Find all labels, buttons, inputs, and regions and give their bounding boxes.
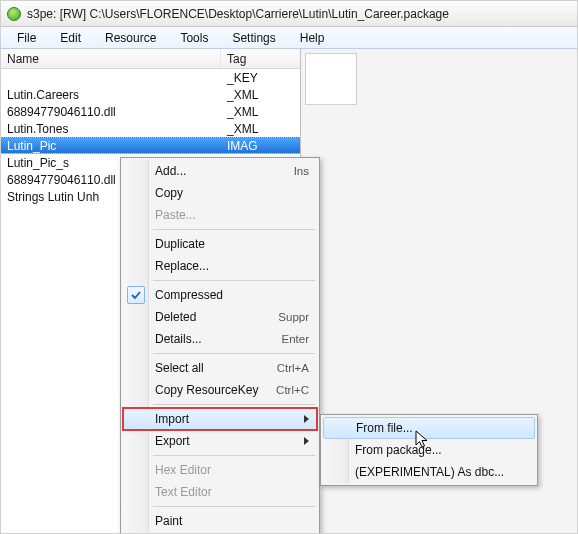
- ctx-select-all[interactable]: Select all Ctrl+A: [123, 357, 317, 379]
- list-row-selected[interactable]: Lutin_Pic IMAG: [1, 137, 300, 154]
- list-header: Name Tag: [1, 49, 300, 69]
- ctx-separator: [153, 506, 315, 507]
- submenu-from-package[interactable]: From package...: [323, 439, 535, 461]
- ctx-separator: [153, 455, 315, 456]
- ctx-deleted[interactable]: Deleted Suppr: [123, 306, 317, 328]
- menu-resource[interactable]: Resource: [95, 29, 166, 47]
- ctx-export[interactable]: Export: [123, 430, 317, 452]
- cell-name: 68894779046110.dll: [1, 105, 221, 119]
- ctx-label: Duplicate: [155, 237, 309, 251]
- ctx-details[interactable]: Details... Enter: [123, 328, 317, 350]
- ctx-separator: [153, 229, 315, 230]
- column-header-tag[interactable]: Tag: [221, 52, 300, 66]
- ctx-label: Add...: [155, 164, 284, 178]
- submenu-label: From package...: [355, 443, 442, 457]
- menubar: File Edit Resource Tools Settings Help: [1, 27, 577, 49]
- ctx-replace[interactable]: Replace...: [123, 255, 317, 277]
- cell-name: Lutin.Tones: [1, 122, 221, 136]
- list-row[interactable]: 68894779046110.dll _XML: [1, 103, 300, 120]
- ctx-add[interactable]: Add... Ins: [123, 160, 317, 182]
- ctx-label: Paste...: [155, 208, 309, 222]
- ctx-label: Replace...: [155, 259, 309, 273]
- list-row[interactable]: Lutin.Tones _XML: [1, 120, 300, 137]
- ctx-label: Paint: [155, 514, 309, 528]
- ctx-label: Select all: [155, 361, 267, 375]
- cell-tag: _KEY: [221, 71, 300, 85]
- list-row[interactable]: _KEY: [1, 69, 300, 86]
- import-submenu: From file... From package... (EXPERIMENT…: [320, 414, 538, 486]
- ctx-label: Details...: [155, 332, 272, 346]
- submenu-as-dbc[interactable]: (EXPERIMENTAL) As dbc...: [323, 461, 535, 483]
- ctx-label: Copy: [155, 186, 309, 200]
- window-title: s3pe: [RW] C:\Users\FLORENCE\Desktop\Car…: [27, 7, 449, 21]
- ctx-label: Deleted: [155, 310, 268, 324]
- ctx-label: Hex Editor: [155, 463, 309, 477]
- submenu-label: From file...: [356, 421, 413, 435]
- ctx-paste: Paste...: [123, 204, 317, 226]
- submenu-arrow-icon: [304, 415, 309, 423]
- ctx-text-editor: Text Editor: [123, 481, 317, 503]
- ctx-hex-editor: Hex Editor: [123, 459, 317, 481]
- list-row[interactable]: Lutin.Careers _XML: [1, 86, 300, 103]
- ctx-label: Copy ResourceKey: [155, 383, 266, 397]
- submenu-arrow-icon: [304, 437, 309, 445]
- menu-tools[interactable]: Tools: [170, 29, 218, 47]
- app-icon: [7, 7, 21, 21]
- ctx-shortcut: Ctrl+C: [276, 384, 309, 396]
- ctx-copy[interactable]: Copy: [123, 182, 317, 204]
- context-menu: Add... Ins Copy Paste... Duplicate Repla…: [120, 157, 320, 534]
- cell-name: Lutin_Pic: [1, 139, 221, 153]
- ctx-label: Import: [155, 412, 298, 426]
- ctx-shortcut: Ins: [294, 165, 309, 177]
- ctx-separator: [153, 404, 315, 405]
- ctx-label: Compressed: [155, 288, 309, 302]
- menu-settings[interactable]: Settings: [222, 29, 285, 47]
- menu-help[interactable]: Help: [290, 29, 335, 47]
- ctx-separator: [153, 280, 315, 281]
- preview-thumbnail: [305, 53, 357, 105]
- ctx-shortcut: Suppr: [278, 311, 309, 323]
- submenu-label: (EXPERIMENTAL) As dbc...: [355, 465, 504, 479]
- ctx-label: Text Editor: [155, 485, 309, 499]
- cell-name: Lutin.Careers: [1, 88, 221, 102]
- ctx-paint[interactable]: Paint: [123, 510, 317, 532]
- column-header-name[interactable]: Name: [1, 49, 221, 68]
- ctx-copy-resourcekey[interactable]: Copy ResourceKey Ctrl+C: [123, 379, 317, 401]
- menu-edit[interactable]: Edit: [50, 29, 91, 47]
- submenu-from-file[interactable]: From file...: [323, 417, 535, 439]
- ctx-shortcut: Ctrl+A: [277, 362, 309, 374]
- cell-tag: _XML: [221, 105, 300, 119]
- ctx-compressed[interactable]: Compressed: [123, 284, 317, 306]
- cell-tag: _XML: [221, 122, 300, 136]
- ctx-label: Export: [155, 434, 298, 448]
- menu-file[interactable]: File: [7, 29, 46, 47]
- titlebar: s3pe: [RW] C:\Users\FLORENCE\Desktop\Car…: [1, 1, 577, 27]
- check-icon: [127, 286, 145, 304]
- ctx-separator: [153, 353, 315, 354]
- ctx-duplicate[interactable]: Duplicate: [123, 233, 317, 255]
- cell-tag: IMAG: [221, 139, 300, 153]
- ctx-shortcut: Enter: [282, 333, 310, 345]
- cell-tag: _XML: [221, 88, 300, 102]
- ctx-import[interactable]: Import: [123, 408, 317, 430]
